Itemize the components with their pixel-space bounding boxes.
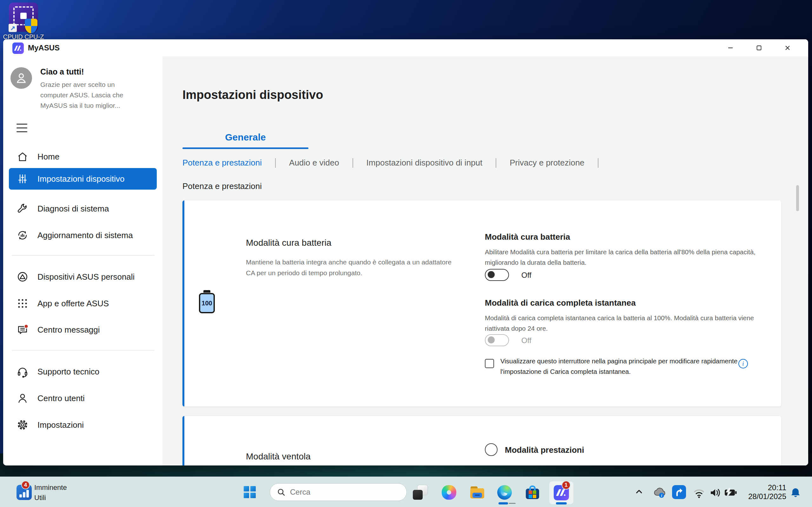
setting-battery-care-desc: Abilitare Modalità cura batteria per lim… [485,247,762,268]
tray-chevron-up-icon[interactable] [635,487,644,498]
content-area: Impostazioni dispositivo Generale Potenz… [162,56,808,465]
widgets-text-line1[interactable]: Imminente [34,484,67,492]
subtab-audio-e-video[interactable]: Audio e video [289,158,339,168]
edge-indicator-tail [509,503,516,504]
myasus-window: MyASUS Ciao a tutti! Grazie per aver sce… [3,39,808,465]
setting-instant-charge-desc: Modalità di carica completa istantanea c… [485,313,762,334]
notification-bell-icon[interactable] [790,487,801,499]
tray-blue-arrow-app-icon[interactable] [672,485,686,499]
sliders-icon [16,173,29,185]
sidebar-item-diagnosi-di-sistema[interactable]: Diagnosi di sistema [9,200,157,218]
copilot-icon[interactable] [442,485,456,500]
close-icon [784,44,791,51]
widgets-badge: 4 [21,481,30,489]
sidebar-item-app-offerte[interactable]: App e offerte ASUS [9,294,157,312]
system-update-icon [16,229,29,241]
sidebar-item-centro-utenti[interactable]: Centro utenti [9,389,157,407]
sidebar-item-supporto-tecnico[interactable]: Supporto tecnico [9,363,157,381]
window-title: MyASUS [28,44,60,52]
page-title: Impostazioni dispositivo [183,88,323,102]
card-left-desc: Mantiene la batteria integra anche quand… [246,257,455,278]
card-accent-strip [183,201,184,406]
user-icon [16,392,29,404]
sidebar-item-dispositivi-asus[interactable]: Dispositivi ASUS personali [9,268,157,286]
start-button[interactable] [244,486,256,498]
myasus-running-indicator [556,502,567,504]
wifi-icon[interactable] [693,487,705,500]
gear-icon [16,419,29,431]
edge-browser-icon[interactable] [497,485,512,500]
shortcut-arrow-icon: ↗ [9,24,17,32]
headset-icon [16,365,29,378]
instant-charge-toggle[interactable] [485,334,509,346]
battery-care-card: 100 Modalità cura batteria Mantiene la b… [183,201,781,406]
wrench-icon [16,203,29,215]
scrollbar-thumb[interactable] [796,185,799,211]
setting-battery-care-title: Modalità cura batteria [485,232,570,242]
greeting-title: Ciao a tutti! [40,67,84,76]
battery-charging-icon[interactable] [724,487,738,500]
sidebar-item-centro-messaggi[interactable]: Centro messaggi [9,321,157,339]
sidebar-item-impostazioni-dispositivo[interactable]: Impostazioni dispositivo [9,168,157,189]
asus-device-icon [16,271,29,283]
microsoft-store-icon[interactable] [525,485,540,500]
subnav: Potenza e prestazioni Audio e video Impo… [183,158,599,168]
section-title: Potenza e prestazioni [183,181,262,191]
fan-mode-card: Modalità ventola Modalità prestazioni Ma… [183,416,781,465]
volume-icon[interactable] [709,487,721,500]
file-explorer-icon[interactable] [470,485,485,500]
task-view-button[interactable] [413,485,427,500]
subtab-potenza-e-prestazioni[interactable]: Potenza e prestazioni [183,158,262,168]
clock-time: 20:11 [748,483,786,492]
battery-icon: 100 [199,293,215,313]
setting-instant-charge-title: Modalità di carica completa istantanea [485,298,636,308]
search-icon [277,488,286,497]
tab-generale[interactable]: Generale [183,125,308,149]
edge-running-indicator [499,502,508,504]
search-input[interactable] [290,488,395,497]
clock-date: 28/01/2025 [748,492,786,501]
performance-mode-desc: Massimizza dinamicamente le prestazioni … [485,463,777,465]
info-icon[interactable]: i [739,359,748,369]
desktop-shortcut-cpuz[interactable]: ↗ CPUID CPU-Z [3,3,44,41]
avatar[interactable] [10,67,32,89]
sidebar-divider [12,350,155,350]
sidebar-item-impostazioni[interactable]: Impostazioni [9,416,157,434]
cpuz-icon: ↗ [9,3,38,32]
performance-mode-radio[interactable] [485,443,498,456]
titlebar: MyASUS [3,39,808,56]
instant-charge-toggle-state: Off [521,336,531,345]
subtab-impostazioni-input[interactable]: Impostazioni dispositivo di input [366,158,483,168]
show-switch-checkbox-label: Visualizzare questo interruttore nella p… [500,356,745,377]
taskbar-clock[interactable]: 20:11 28/01/2025 [748,483,786,501]
person-icon [14,71,28,85]
onedrive-cloud-icon[interactable]: i [652,485,666,501]
apps-grid-icon [16,297,29,309]
widgets-text-line2[interactable]: Utili [34,494,46,502]
taskbar-search[interactable] [270,483,407,501]
show-switch-checkbox[interactable] [485,359,494,368]
performance-mode-label: Modalità prestazioni [505,445,584,455]
card-accent-strip [183,416,184,465]
subnav-separator [275,158,276,168]
home-icon [16,151,29,163]
subnav-separator [353,158,353,168]
maximize-icon [756,44,762,51]
greeting-body: Grazie per aver scelto un computer ASUS.… [40,79,126,111]
subnav-separator [598,158,599,168]
hamburger-menu-icon[interactable] [16,124,27,132]
sidebar-item-aggiornamento-di-sistema[interactable]: Aggiornamento di sistema [9,226,157,244]
sidebar-item-home[interactable]: Home [9,148,157,166]
maximize-button[interactable] [745,39,773,56]
battery-care-toggle[interactable] [485,269,509,281]
battery-care-toggle-state: Off [521,271,531,280]
close-button[interactable] [773,39,802,56]
minimize-button[interactable] [716,39,745,56]
fan-mode-title: Modalità ventola [246,452,311,462]
sidebar: Ciao a tutti! Grazie per aver scelto un … [3,56,162,465]
minimize-icon [727,44,734,51]
card-left-title: Modalità cura batteria [246,238,331,248]
subnav-separator [496,158,496,168]
taskbar: 4 Imminente Utili 1 i [0,476,812,507]
subtab-privacy-e-protezione[interactable]: Privacy e protezione [510,158,585,168]
